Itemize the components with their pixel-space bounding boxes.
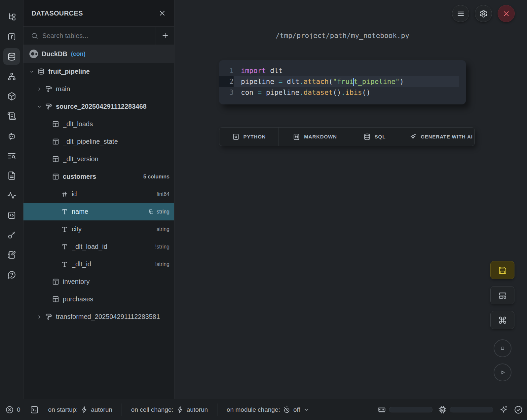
markdown-square-icon <box>293 133 300 140</box>
panel-header: DATASOURCES <box>23 0 174 27</box>
generate-with-ai-button[interactable]: GENERATE WITH AI <box>398 128 475 146</box>
zap-icon <box>81 406 88 413</box>
rail-item-secrets[interactable] <box>3 227 20 243</box>
tree-row-table[interactable]: purchases <box>23 290 174 308</box>
line-number: 3 <box>219 87 234 98</box>
terminal-button[interactable] <box>30 405 39 414</box>
column-count: 5 columns <box>143 174 169 180</box>
ram-meter <box>377 405 433 414</box>
code-cell[interactable]: 1 import dlt 2 pipeline = dlt.attach("fr… <box>219 60 466 104</box>
notebook-filename: /tmp/project/path/my_notebook.py <box>219 32 466 40</box>
tree-label: transformed_202504291112283581 <box>56 313 160 321</box>
column-type: !string <box>155 261 169 267</box>
rail-item-outline[interactable] <box>3 167 20 184</box>
connection-name: DuckDB <box>42 50 67 58</box>
rail-item-ai-chat[interactable] <box>3 128 20 144</box>
tree-row-table[interactable]: inventory <box>23 273 174 290</box>
dependency-graph-icon <box>7 72 16 81</box>
ai-assist-button[interactable] <box>499 405 508 414</box>
connection-status-button[interactable] <box>514 405 523 414</box>
table-icon <box>52 156 59 163</box>
chevron-right-icon[interactable] <box>37 87 42 92</box>
tree-row-table[interactable]: _dlt_pipeline_state <box>23 133 174 150</box>
line-number: 2 <box>219 76 234 87</box>
tree-row-column[interactable]: id !int64 <box>23 185 174 203</box>
on-module-change-setting[interactable]: on module change: off <box>227 406 309 413</box>
code-line-active: 2 pipeline = dlt.attach("fruit_pipeline"… <box>219 76 466 87</box>
table-icon <box>52 278 59 285</box>
chevron-down-icon[interactable] <box>37 104 42 109</box>
rail-item-help[interactable] <box>3 266 20 283</box>
add-python-cell-button[interactable]: PYTHON <box>219 128 279 146</box>
timer-off-icon <box>283 406 290 413</box>
copy-icon[interactable] <box>148 209 154 215</box>
rail-item-functions[interactable] <box>3 28 20 45</box>
tree-label: _dlt_loads <box>63 120 93 128</box>
sparkles-icon <box>499 405 508 414</box>
tree-label: fruit_pipeline <box>48 68 90 75</box>
on-cell-change-setting[interactable]: on cell change: autorun <box>131 406 208 413</box>
close-panel-button[interactable] <box>158 9 166 17</box>
stop-square-icon <box>499 344 507 352</box>
connection-variable: (con) <box>71 51 86 57</box>
bot-chat-icon <box>7 132 16 140</box>
chevron-down-icon[interactable] <box>29 69 34 74</box>
code-square-icon <box>7 211 16 220</box>
column-type: !string <box>155 244 169 250</box>
tree-row-table[interactable]: _dlt_loads <box>23 115 174 133</box>
tree-row-schema[interactable]: main <box>23 80 174 98</box>
rail-item-documentation[interactable] <box>3 108 20 124</box>
rail-item-packages[interactable] <box>3 88 20 104</box>
tree-row-column[interactable]: _dlt_id !string <box>23 255 174 273</box>
tree-label: purchases <box>63 295 93 303</box>
save-button[interactable] <box>490 261 514 279</box>
floppy-save-icon <box>498 266 507 275</box>
shutdown-button[interactable] <box>498 5 515 22</box>
notebook-main: /tmp/project/path/my_notebook.py 1 impor… <box>174 0 527 399</box>
panel-title: DATASOURCES <box>31 10 83 17</box>
database-icon <box>7 52 16 61</box>
error-indicator[interactable]: 0 <box>5 405 20 414</box>
rail-item-file-tree[interactable] <box>3 9 20 25</box>
rail-item-logs[interactable] <box>3 147 20 164</box>
table-icon <box>52 173 59 180</box>
add-sql-cell-button[interactable]: SQL <box>351 128 398 146</box>
on-startup-setting[interactable]: on startup: autorun <box>48 406 112 413</box>
tree-row-column[interactable]: _dlt_load_id !string <box>23 238 174 255</box>
tree-row-schema[interactable]: transformed_202504291112283581 <box>23 308 174 325</box>
rail-item-datasources[interactable] <box>3 48 20 65</box>
settings-button[interactable] <box>475 5 492 22</box>
activity-icon <box>7 191 16 200</box>
hamburger-menu-icon <box>457 10 465 18</box>
rail-item-tracing[interactable] <box>3 187 20 204</box>
rail-item-dependencies[interactable] <box>3 68 20 85</box>
rail-item-snippets[interactable] <box>3 207 20 223</box>
tree-row-schema[interactable]: source_202504291112283468 <box>23 98 174 115</box>
tree-row-table[interactable]: _dlt_version <box>23 150 174 168</box>
stop-button[interactable] <box>494 339 511 357</box>
package-box-icon <box>7 92 16 101</box>
add-database-button[interactable] <box>156 27 174 45</box>
add-markdown-cell-button[interactable]: MARKDOWN <box>279 128 351 146</box>
command-palette-button[interactable] <box>490 311 514 329</box>
run-button[interactable] <box>494 363 511 381</box>
menu-button[interactable] <box>452 5 469 22</box>
type-icon <box>61 243 68 250</box>
column-type: string <box>157 226 169 232</box>
app-window: DATASOURCES DuckDB (con) fruit_pipeline … <box>0 0 527 420</box>
tree-row-column[interactable]: city string <box>23 220 174 238</box>
tree-row-column-selected[interactable]: name string <box>23 203 174 220</box>
gear-icon <box>479 10 488 18</box>
search-tables-input[interactable] <box>42 32 156 40</box>
tree-row-database[interactable]: fruit_pipeline <box>23 63 174 80</box>
layout-button[interactable] <box>490 286 514 304</box>
connection-row-duckdb[interactable]: DuckDB (con) <box>23 45 174 63</box>
tree-row-table-customers[interactable]: customers 5 columns <box>23 168 174 185</box>
database-icon <box>38 68 45 75</box>
search-row <box>23 27 174 45</box>
ram-icon <box>377 405 386 414</box>
rail-item-scratchpad[interactable] <box>3 247 20 263</box>
code-line: 3 con = pipeline.dataset().ibis() <box>219 87 466 98</box>
chevron-right-icon[interactable] <box>37 314 42 320</box>
floating-actions <box>490 261 514 381</box>
